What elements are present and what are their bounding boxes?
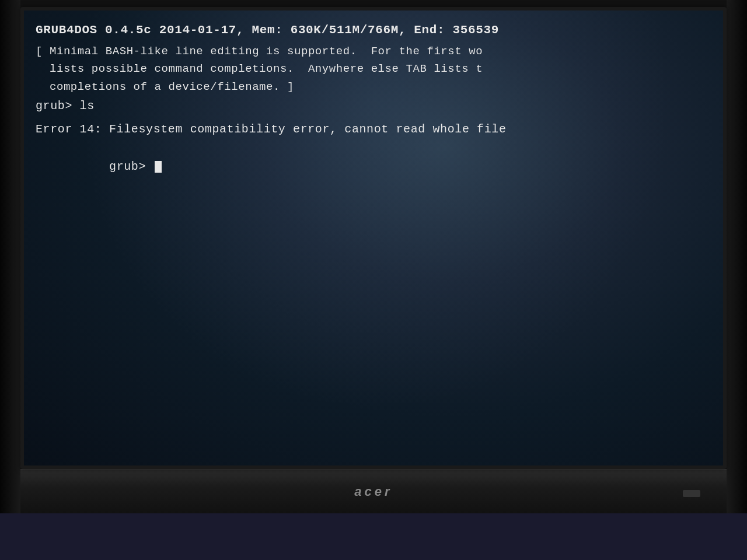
monitor-button[interactable] (683, 490, 700, 497)
prompt-line[interactable]: grub> (36, 141, 711, 193)
monitor-right-edge (727, 0, 747, 513)
info-line-1: [ Minimal BASH-like line editing is supp… (36, 43, 711, 60)
prompt-prefix: grub> (109, 160, 153, 173)
monitor-display: GRUB4DOS 0.4.5c 2014-01-17, Mem: 630K/51… (0, 0, 747, 513)
terminal-content: GRUB4DOS 0.4.5c 2014-01-17, Mem: 630K/51… (36, 21, 711, 193)
grub-header-line: GRUB4DOS 0.4.5c 2014-01-17, Mem: 630K/51… (36, 21, 711, 40)
screen-bezel: GRUB4DOS 0.4.5c 2014-01-17, Mem: 630K/51… (20, 7, 727, 469)
terminal-screen[interactable]: GRUB4DOS 0.4.5c 2014-01-17, Mem: 630K/51… (24, 10, 723, 466)
cursor-block (155, 161, 162, 173)
ls-command-line: grub> ls (36, 97, 711, 115)
info-line-2: lists possible command completions. Anyw… (36, 61, 711, 78)
acer-brand-label: acer (354, 484, 392, 499)
monitor-left-edge (0, 0, 20, 513)
error-line: Error 14: Filesystem compatibility error… (36, 121, 711, 138)
info-line-3: completions of a device/filename. ] (36, 79, 711, 96)
monitor-bottom-bar: acer (0, 469, 747, 513)
